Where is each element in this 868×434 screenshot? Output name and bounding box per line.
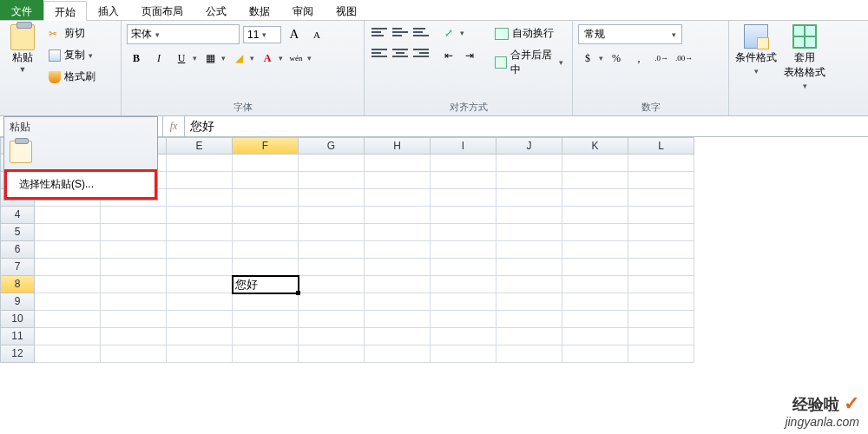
tab-formula[interactable]: 公式: [194, 0, 238, 20]
cell[interactable]: [431, 293, 496, 311]
column-header[interactable]: J: [496, 137, 562, 155]
column-header[interactable]: I: [431, 137, 496, 155]
cell[interactable]: [233, 155, 299, 172]
cell[interactable]: [101, 259, 167, 276]
increase-font-button[interactable]: A: [285, 26, 304, 43]
cell[interactable]: [628, 155, 694, 172]
chevron-down-icon[interactable]: ▾: [599, 54, 603, 62]
underline-button[interactable]: U: [172, 49, 191, 67]
cell[interactable]: [167, 241, 233, 259]
column-header[interactable]: F: [233, 137, 299, 155]
cell[interactable]: [628, 224, 694, 241]
cell[interactable]: [299, 311, 365, 328]
cell[interactable]: [35, 328, 101, 345]
cell[interactable]: [431, 311, 496, 328]
cell[interactable]: [496, 241, 562, 259]
cell[interactable]: [35, 311, 101, 328]
cell[interactable]: [562, 172, 628, 189]
cell[interactable]: [628, 311, 694, 328]
cell[interactable]: [628, 293, 694, 311]
cell[interactable]: [562, 345, 628, 363]
column-header[interactable]: G: [299, 137, 365, 155]
decrease-font-button[interactable]: A: [307, 26, 326, 43]
copy-button[interactable]: 复制 ▾: [45, 46, 99, 64]
align-left-button[interactable]: [370, 45, 389, 61]
cell[interactable]: [562, 328, 628, 345]
cell[interactable]: [628, 207, 694, 224]
cell[interactable]: [628, 241, 694, 259]
cell[interactable]: [233, 172, 299, 189]
column-header[interactable]: H: [365, 137, 431, 155]
cell[interactable]: [101, 241, 167, 259]
cell[interactable]: [628, 345, 694, 363]
cell[interactable]: [233, 311, 299, 328]
chevron-down-icon[interactable]: ▾: [221, 54, 226, 62]
format-painter-button[interactable]: 格式刷: [45, 68, 99, 86]
border-button[interactable]: ▦: [201, 49, 220, 67]
cell[interactable]: [431, 241, 496, 259]
row-header[interactable]: 6: [0, 241, 35, 259]
cell[interactable]: [365, 328, 431, 345]
cell[interactable]: [35, 241, 101, 259]
align-center-button[interactable]: [391, 45, 410, 61]
align-top-button[interactable]: [370, 24, 389, 40]
cell[interactable]: [299, 259, 365, 276]
wrap-text-button[interactable]: 自动换行: [491, 24, 567, 43]
cell[interactable]: [35, 276, 101, 293]
cut-button[interactable]: ✂ 剪切: [45, 24, 99, 43]
cell[interactable]: [299, 224, 365, 241]
orientation-button[interactable]: ⤢: [439, 24, 458, 42]
cell[interactable]: [365, 207, 431, 224]
decrease-decimal-button[interactable]: .00→: [674, 49, 694, 67]
decrease-indent-button[interactable]: ⇤: [439, 47, 458, 64]
cell[interactable]: [167, 345, 233, 363]
table-format-button[interactable]: 套用 表格格式 ▾: [783, 24, 826, 90]
cell[interactable]: [496, 155, 562, 172]
cell[interactable]: [233, 328, 299, 345]
cell[interactable]: [628, 172, 694, 189]
align-right-button[interactable]: [411, 45, 431, 61]
cell[interactable]: [299, 172, 365, 189]
tab-review[interactable]: 审阅: [281, 0, 325, 20]
cell[interactable]: [562, 311, 628, 328]
cell[interactable]: [562, 155, 628, 172]
cell[interactable]: [562, 259, 628, 276]
row-header[interactable]: 12: [0, 345, 35, 363]
font-name-select[interactable]: 宋体 ▾: [127, 24, 240, 44]
tab-data[interactable]: 数据: [238, 0, 281, 20]
cell[interactable]: [167, 207, 233, 224]
cell[interactable]: [496, 207, 562, 224]
cell[interactable]: [496, 224, 562, 241]
cell[interactable]: [628, 328, 694, 345]
cell[interactable]: [562, 224, 628, 241]
cell[interactable]: [299, 328, 365, 345]
cell[interactable]: [101, 276, 167, 293]
cell[interactable]: [431, 224, 496, 241]
cell[interactable]: [167, 328, 233, 345]
cell[interactable]: [299, 241, 365, 259]
align-middle-button[interactable]: [391, 24, 410, 40]
conditional-format-button[interactable]: 条件格式 ▾: [734, 24, 778, 76]
cell[interactable]: [431, 328, 496, 345]
cell[interactable]: [233, 241, 299, 259]
cell[interactable]: [299, 189, 365, 207]
row-header[interactable]: 11: [0, 328, 35, 345]
cell[interactable]: 您好: [233, 276, 299, 293]
cell[interactable]: [496, 189, 562, 207]
cell[interactable]: [431, 345, 496, 363]
cell[interactable]: [431, 172, 496, 189]
chevron-down-icon[interactable]: ▾: [193, 54, 197, 62]
cell[interactable]: [365, 155, 431, 172]
tab-file[interactable]: 文件: [0, 0, 43, 20]
cell[interactable]: [628, 259, 694, 276]
cell[interactable]: [365, 311, 431, 328]
cell[interactable]: [299, 276, 365, 293]
number-format-select[interactable]: 常规 ▾: [578, 24, 682, 44]
row-header[interactable]: 5: [0, 224, 35, 241]
currency-button[interactable]: $: [578, 49, 597, 67]
cell[interactable]: [233, 259, 299, 276]
fx-button[interactable]: fx: [163, 120, 184, 133]
cell[interactable]: [299, 207, 365, 224]
cell[interactable]: [167, 276, 233, 293]
column-header[interactable]: K: [562, 137, 628, 155]
